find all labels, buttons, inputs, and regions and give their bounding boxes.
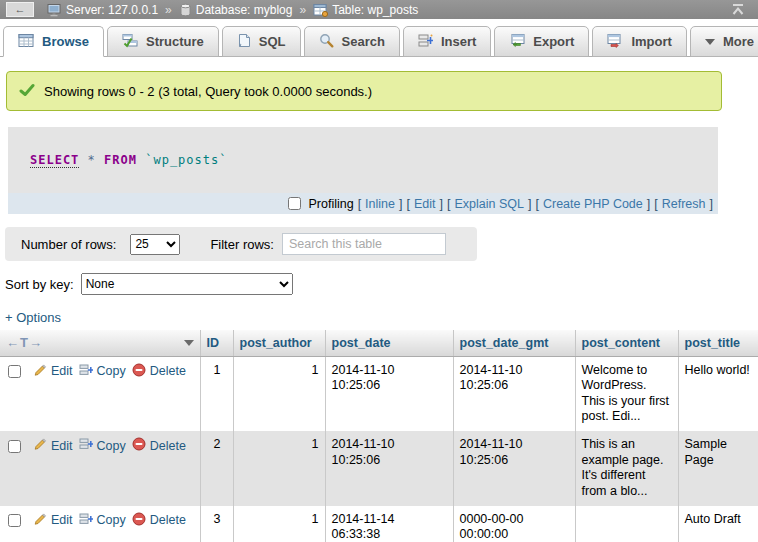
bracket: [ (406, 197, 409, 211)
bracket: ] (710, 197, 713, 211)
import-icon (607, 33, 623, 51)
tab-browse-label: Browse (42, 34, 89, 49)
tab-structure[interactable]: Structure (107, 26, 219, 57)
cell-post-author[interactable]: 1 (233, 431, 325, 506)
cell-post-author[interactable]: 1 (233, 356, 325, 431)
tab-sql[interactable]: SQL (222, 26, 301, 57)
cell-post-date[interactable]: 2014-11-10 10:25:06 (325, 356, 453, 431)
edit-label: Edit (51, 513, 73, 529)
edit-button[interactable]: Edit (33, 512, 73, 531)
tab-export[interactable]: Export (494, 26, 589, 57)
results-table: ←T→ ID post_author post_date post_date_g… (0, 330, 758, 542)
browse-icon (18, 33, 34, 51)
copy-label: Copy (97, 439, 126, 455)
row-select-checkbox[interactable] (8, 440, 21, 453)
filter-input[interactable] (282, 233, 446, 255)
tab-browse[interactable]: Browse (3, 26, 104, 57)
cell-id[interactable]: 1 (200, 356, 233, 431)
rows-per-page-select[interactable]: 25 (130, 234, 180, 255)
delete-label: Delete (150, 364, 186, 380)
copy-button[interactable]: Copy (79, 437, 126, 456)
sql-icon (237, 33, 251, 51)
sort-label: Sort by key: (5, 277, 74, 292)
cell-post-title[interactable]: Hello world! (678, 356, 758, 431)
cell-post-date-gmt[interactable]: 2014-11-10 10:25:06 (453, 431, 575, 506)
delete-button[interactable]: Delete (132, 437, 186, 456)
tab-insert[interactable]: Insert (403, 26, 491, 57)
delete-button[interactable]: Delete (132, 363, 186, 382)
sql-table-ref: `wp_posts` (145, 153, 227, 167)
export-icon (509, 33, 525, 51)
sort-caret-icon[interactable] (184, 340, 194, 346)
tab-import-label: Import (631, 34, 671, 49)
tab-search[interactable]: Search (304, 26, 400, 57)
breadcrumb-separator: » (297, 3, 308, 17)
breadcrumb: ← Server: 127.0.0.1 » Database: myblog »… (0, 0, 758, 19)
breadcrumb-database[interactable]: Database: myblog (179, 3, 293, 17)
tab-search-label: Search (342, 34, 385, 49)
column-header-post-date-gmt[interactable]: post_date_gmt (453, 330, 575, 356)
cell-post-content[interactable] (575, 506, 678, 542)
cell-post-content[interactable]: This is an example page. It's different … (575, 431, 678, 506)
column-header-id[interactable]: ID (200, 330, 233, 356)
refresh-link[interactable]: Refresh (662, 197, 706, 211)
create-php-code-link[interactable]: Create PHP Code (543, 197, 643, 211)
cell-post-date[interactable]: 2014-11-14 06:33:38 (325, 506, 453, 542)
cell-post-date-gmt[interactable]: 2014-11-10 10:25:06 (453, 356, 575, 431)
row-select-checkbox[interactable] (8, 514, 21, 527)
collapse-console-icon[interactable] (730, 3, 746, 16)
breadcrumb-server[interactable]: Server: 127.0.0.1 (47, 3, 158, 17)
edit-button[interactable]: Edit (33, 363, 73, 382)
copy-label: Copy (97, 513, 126, 529)
edit-button[interactable]: Edit (33, 437, 73, 456)
tab-more[interactable]: More (690, 26, 758, 57)
delete-icon (132, 437, 146, 456)
copy-button[interactable]: Copy (79, 363, 126, 382)
cell-post-title[interactable]: Auto Draft (678, 506, 758, 542)
bracket: ] (399, 197, 402, 211)
rows-control-bar: Number of rows: 25 Filter rows: (5, 227, 477, 261)
cell-post-date[interactable]: 2014-11-10 10:25:06 (325, 431, 453, 506)
column-header-post-date[interactable]: post_date (325, 330, 453, 356)
delete-button[interactable]: Delete (132, 512, 186, 531)
column-header-post-author[interactable]: post_author (233, 330, 325, 356)
profiling-checkbox[interactable] (288, 197, 301, 210)
edit-query-link[interactable]: Edit (414, 197, 436, 211)
cell-id[interactable]: 2 (200, 431, 233, 506)
column-header-post-content[interactable]: post_content (575, 330, 678, 356)
edit-label: Edit (51, 364, 73, 380)
breadcrumb-server-label: Server: 127.0.0.1 (66, 3, 158, 17)
cell-post-content[interactable]: Welcome to WordPress. This is your first… (575, 356, 678, 431)
column-header-post-title[interactable]: post_title (678, 330, 758, 356)
breadcrumb-separator: » (163, 3, 174, 17)
options-toggle[interactable]: + Options (5, 310, 61, 325)
transpose-icon[interactable]: ←T→ (6, 335, 43, 350)
sql-keyword-select[interactable]: SELECT (30, 153, 79, 168)
cell-post-date-gmt[interactable]: 0000-00-00 00:00:00 (453, 506, 575, 542)
actions-cell: Edit Copy Delete (0, 431, 200, 506)
back-button[interactable]: ← (6, 2, 34, 17)
tab-import[interactable]: Import (592, 26, 686, 57)
tab-export-label: Export (533, 34, 574, 49)
copy-button[interactable]: Copy (79, 512, 126, 531)
row-select-checkbox[interactable] (8, 365, 21, 378)
breadcrumb-table[interactable]: Table: wp_posts (313, 3, 418, 17)
bracket: ] (647, 197, 650, 211)
inline-link[interactable]: Inline (365, 197, 395, 211)
sql-keyword-from: FROM (104, 153, 137, 167)
cell-post-title[interactable]: Sample Page (678, 431, 758, 506)
filter-label: Filter rows: (210, 237, 274, 252)
bracket: [ (358, 197, 361, 211)
sort-control: Sort by key: None (5, 273, 758, 295)
cell-id[interactable]: 3 (200, 506, 233, 542)
profiling-label: Profiling (308, 197, 353, 211)
cell-post-author[interactable]: 1 (233, 506, 325, 542)
status-message: Showing rows 0 - 2 (3 total, Query took … (6, 71, 722, 111)
query-panel: SELECT * FROM `wp_posts` Profiling [ Inl… (8, 127, 718, 214)
edit-label: Edit (51, 439, 73, 455)
delete-label: Delete (150, 439, 186, 455)
tab-structure-label: Structure (146, 34, 204, 49)
table-row: Edit Copy Delete 3 1 2014-11-14 06:33:38… (0, 506, 758, 542)
explain-sql-link[interactable]: Explain SQL (454, 197, 523, 211)
sort-by-key-select[interactable]: None (81, 273, 293, 295)
